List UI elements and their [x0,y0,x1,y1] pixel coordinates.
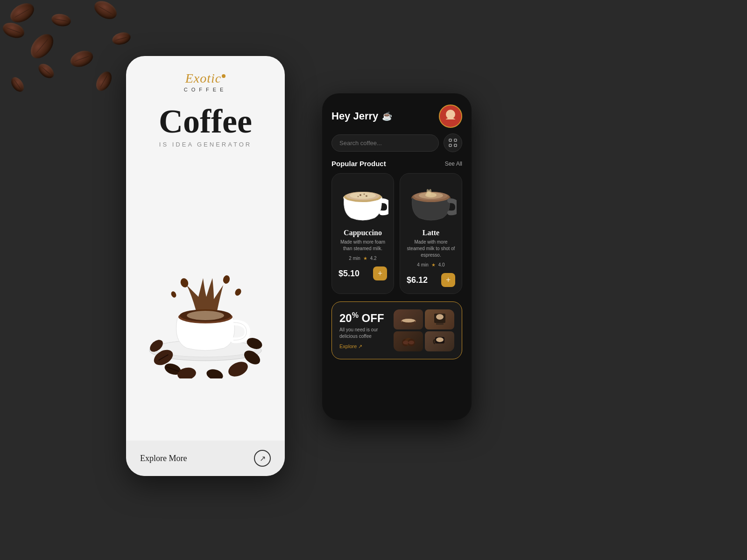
promo-image-1 [394,309,423,329]
latte-time: 4 min [417,262,428,267]
scan-button[interactable] [444,133,462,152]
latte-image [400,174,462,225]
promo-images [394,309,454,351]
svg-point-57 [436,337,444,342]
explore-bar: Explore More ↗ [126,441,285,476]
promo-banner: 20% OFF All you need is our delicious co… [331,301,462,359]
plus-icon: + [378,269,382,279]
coffee-visual-area [126,148,285,441]
svg-point-36 [358,196,359,197]
latte-footer: $6.12 + [400,269,462,287]
promo-image-2 [425,309,454,329]
cappuccino-image [332,174,394,225]
svg-point-35 [364,194,365,195]
svg-rect-23 [449,139,451,141]
promo-explore-link[interactable]: Explore ↗ [339,343,388,350]
products-row: Cappuccino Made with more foam than stea… [322,173,472,301]
svg-rect-22 [444,119,457,127]
svg-point-12 [205,367,224,378]
svg-rect-49 [436,323,444,325]
greeting-text: Hey Jerry ☕ [331,110,392,122]
see-all-link[interactable]: See All [445,161,462,167]
latte-add-button[interactable]: + [441,273,455,287]
background-beans-topleft [0,0,140,93]
cappuccino-footer: $5.10 + [332,263,394,280]
svg-rect-24 [454,139,457,141]
search-bar [331,133,462,152]
cappuccino-meta: 2 min ★ 4.2 [349,256,376,261]
svg-point-50 [436,314,444,320]
greeting-label: Hey Jerry [331,110,378,122]
cappuccino-price: $5.10 [338,269,359,279]
svg-point-13 [226,359,250,378]
svg-point-6 [234,287,242,297]
product-card-cappuccino: Cappuccino Made with more foam than stea… [331,173,394,294]
plus-icon-latte: + [446,275,451,285]
promo-off: OFF [362,312,384,324]
latte-rating: 4.0 [438,262,445,267]
phone-right: Hey Jerry ☕ [322,93,472,420]
cappuccino-star-icon: ★ [363,256,367,261]
svg-point-34 [359,194,361,196]
latte-name: Latte [423,229,439,237]
svg-point-5 [222,274,231,284]
latte-meta: 4 min ★ 4.0 [417,262,444,267]
logo-area: Exotic COFFEE [184,56,227,100]
explore-arrow-button[interactable]: ↗ [254,450,271,467]
cappuccino-rating: 4.2 [370,256,377,261]
svg-point-7 [170,290,177,298]
svg-rect-25 [449,144,451,147]
promo-unit: % [352,311,359,319]
svg-point-55 [409,341,414,344]
promo-discount-text: 20% OFF [339,311,388,324]
svg-point-8 [187,311,224,320]
popular-title: Popular Product [331,160,386,168]
arrow-icon: ↗ [260,454,266,463]
svg-point-37 [366,195,367,197]
product-card-latte: Latte Made with more steamed milk to sho… [400,173,462,294]
latte-price: $6.12 [407,275,428,285]
svg-point-47 [402,319,415,322]
latte-desc: Made with more steamed milk to shot of e… [400,237,462,260]
coffee-cup-illustration [135,210,275,378]
latte-star-icon: ★ [431,262,436,267]
right-header: Hey Jerry ☕ [322,93,472,133]
cappuccino-name: Cappuccino [344,229,382,237]
promo-text-area: 20% OFF All you need is our delicious co… [339,311,388,349]
cappuccino-add-button[interactable]: + [373,266,387,280]
phone-left: Exotic COFFEE Coffee IS IDEA GENERATOR [126,56,285,476]
sub-title: IS IDEA GENERATOR [159,141,252,148]
promo-image-4 [425,331,454,351]
main-title: Coffee [159,105,252,138]
svg-point-54 [403,341,409,344]
cup-icon: ☕ [382,111,392,121]
svg-point-33 [350,192,376,199]
logo-coffee: COFFEE [184,87,227,92]
promo-description: All you need is our delicious coffee [339,327,388,340]
cappuccino-time: 2 min [349,256,360,261]
cappuccino-desc: Made with more foam than steamed milk. [332,237,394,254]
promo-image-3 [394,331,423,351]
search-input[interactable] [331,134,439,152]
section-header-popular: Popular Product See All [322,160,472,173]
promo-number: 20 [339,312,352,324]
explore-label: Explore More [140,454,187,463]
avatar[interactable] [439,105,462,128]
logo-exotic: Exotic [184,71,227,86]
